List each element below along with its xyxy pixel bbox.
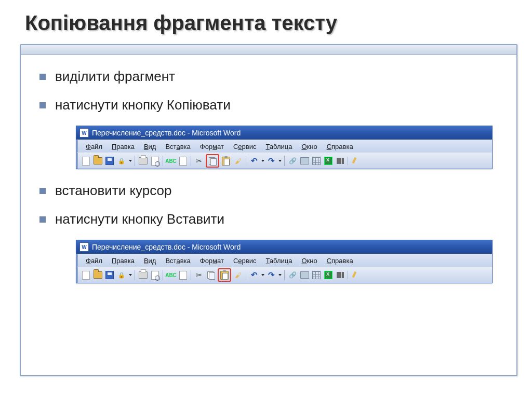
new-icon[interactable] (81, 156, 91, 166)
step-3: встановити курсор (39, 183, 502, 199)
menu-table[interactable]: Таблица (261, 255, 297, 266)
word-app-icon: W (79, 128, 89, 138)
undo-icon[interactable]: ↶ (249, 156, 259, 166)
print-icon[interactable] (138, 270, 148, 280)
tables-borders-icon[interactable] (299, 270, 310, 280)
insert-table-icon[interactable] (311, 270, 322, 280)
new-icon[interactable] (81, 270, 91, 280)
redo-icon[interactable]: ↷ (266, 270, 276, 280)
menu-format[interactable]: Формат (195, 255, 229, 266)
separator-icon (191, 156, 191, 166)
separator-icon (246, 270, 246, 280)
cut-icon[interactable]: ✂ (194, 270, 204, 280)
menu-insert[interactable]: Вставка (161, 141, 195, 152)
menu-service[interactable]: Сервис (229, 141, 261, 152)
separator-icon (191, 270, 191, 280)
menu-view[interactable]: Вид (139, 141, 161, 152)
separator-icon (284, 156, 285, 166)
research-icon[interactable] (178, 156, 188, 166)
steps-list: виділити фрагмент натиснути кнопку Копію… (39, 68, 502, 113)
menu-table[interactable]: Таблица (261, 141, 297, 152)
word-menubar[interactable]: Файл Правка Вид Вставка Формат Сервис Та… (76, 140, 492, 153)
menu-window[interactable]: Окно (297, 255, 322, 266)
separator-icon (246, 156, 246, 166)
steps-list-2: встановити курсор натиснути кнопку Встав… (39, 183, 502, 227)
word-titlebar: W Перечисление_средств.doc - Microsoft W… (76, 240, 492, 254)
menu-service[interactable]: Сервис (229, 255, 261, 266)
step-4: натиснути кнопку Вставити (39, 211, 502, 227)
open-icon[interactable] (92, 270, 103, 280)
tables-borders-icon[interactable] (299, 156, 310, 166)
word-menubar[interactable]: Файл Правка Вид Вставка Формат Сервис Та… (76, 254, 492, 267)
paste-icon[interactable] (219, 270, 230, 280)
separator-icon (348, 271, 348, 279)
format-painter-icon[interactable]: 🖌 (233, 270, 243, 280)
spellcheck-icon[interactable]: ABC (166, 156, 176, 166)
dropdown-icon[interactable] (129, 160, 132, 162)
print-preview-icon[interactable] (150, 270, 160, 280)
dropdown-icon[interactable] (129, 274, 132, 276)
word-title-text: Перечисление_средств.doc - Microsoft Wor… (92, 243, 241, 251)
menu-view[interactable]: Вид (139, 255, 161, 266)
drawing-icon[interactable] (350, 156, 361, 166)
drawing-icon[interactable] (350, 270, 361, 280)
permission-icon[interactable]: 🔒 (116, 156, 127, 166)
menu-help[interactable]: Справка (322, 255, 358, 266)
separator-icon (284, 270, 285, 280)
insert-table-icon[interactable] (311, 156, 322, 166)
word-app-icon: W (79, 242, 89, 252)
separator-icon (135, 270, 135, 280)
menu-insert[interactable]: Вставка (161, 255, 195, 266)
panel-content: виділити фрагмент натиснути кнопку Копію… (21, 55, 516, 307)
format-painter-icon[interactable]: 🖌 (233, 156, 243, 166)
menu-edit[interactable]: Правка (107, 141, 139, 152)
columns-icon[interactable] (335, 270, 345, 280)
word-toolbar: 🔒 ABC ✂ 🖌 ↶ ↷ (76, 267, 492, 283)
print-preview-icon[interactable] (150, 156, 160, 166)
undo-icon[interactable]: ↶ (249, 270, 259, 280)
paste-highlight (218, 268, 231, 282)
dropdown-icon[interactable] (278, 160, 282, 162)
insert-excel-icon[interactable] (323, 270, 334, 280)
redo-icon[interactable]: ↷ (266, 156, 276, 166)
menu-file[interactable]: Файл (81, 141, 107, 152)
word-titlebar: W Перечисление_средств.doc - Microsoft W… (76, 126, 492, 140)
slide-title: Копіювання фрагмента тексту (25, 11, 517, 35)
menu-file[interactable]: Файл (81, 255, 107, 266)
hyperlink-icon[interactable]: 🔗 (287, 270, 298, 280)
step-1: виділити фрагмент (39, 68, 502, 85)
word-toolbar: 🔒 ABC ✂ 🖌 ↶ ↷ (76, 153, 492, 169)
dropdown-icon[interactable] (261, 274, 264, 276)
word-screenshot-paste: W Перечисление_средств.doc - Microsoft W… (76, 240, 493, 283)
hyperlink-icon[interactable]: 🔗 (287, 156, 298, 166)
menu-edit[interactable]: Правка (107, 255, 139, 266)
word-screenshot-copy: W Перечисление_средств.doc - Microsoft W… (76, 126, 493, 169)
research-icon[interactable] (178, 270, 188, 280)
menu-window[interactable]: Окно (297, 141, 322, 152)
spellcheck-icon[interactable]: ABC (166, 270, 176, 280)
columns-icon[interactable] (335, 156, 345, 166)
panel-chrome (21, 45, 516, 55)
separator-icon (163, 270, 163, 280)
insert-excel-icon[interactable] (323, 156, 334, 166)
permission-icon[interactable]: 🔒 (116, 270, 127, 280)
save-icon[interactable] (104, 156, 115, 166)
menu-help[interactable]: Справка (322, 141, 358, 152)
save-icon[interactable] (104, 270, 115, 280)
step-2: натиснути кнопку Копіювати (39, 97, 502, 113)
separator-icon (163, 156, 163, 166)
separator-icon (348, 157, 348, 165)
menu-format[interactable]: Формат (195, 141, 229, 152)
separator-icon (135, 156, 135, 166)
open-icon[interactable] (92, 156, 103, 166)
slide: Копіювання фрагмента тексту виділити фра… (0, 0, 532, 398)
print-icon[interactable] (138, 156, 148, 166)
content-panel: виділити фрагмент натиснути кнопку Копію… (20, 44, 517, 376)
copy-icon[interactable] (206, 270, 216, 280)
paste-icon[interactable] (221, 156, 231, 166)
word-title-text: Перечисление_средств.doc - Microsoft Wor… (92, 129, 241, 137)
copy-icon[interactable] (207, 156, 218, 166)
dropdown-icon[interactable] (261, 160, 264, 162)
dropdown-icon[interactable] (278, 274, 282, 276)
cut-icon[interactable]: ✂ (194, 156, 204, 166)
